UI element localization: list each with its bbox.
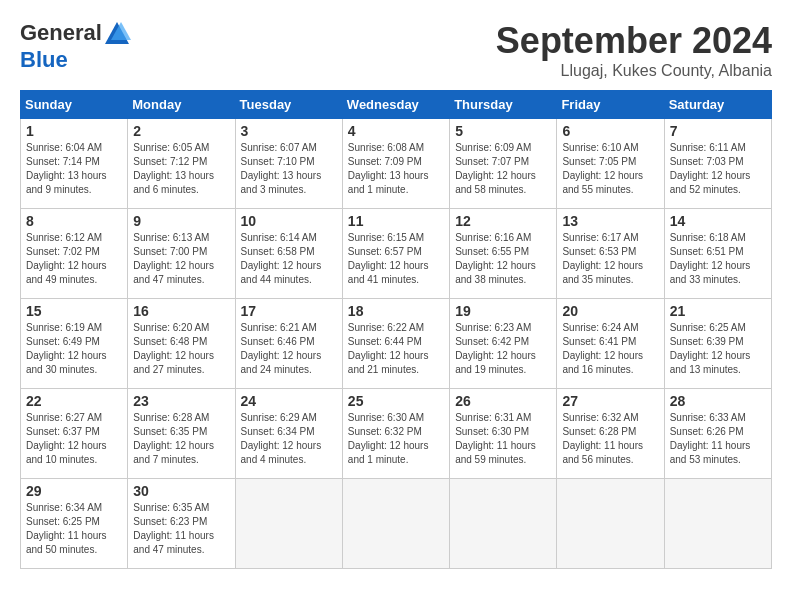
calendar-cell: 19 Sunrise: 6:23 AM Sunset: 6:42 PM Dayl… xyxy=(450,299,557,389)
weekday-header: Saturday xyxy=(664,91,771,119)
weekday-header: Thursday xyxy=(450,91,557,119)
cell-info: Sunrise: 6:21 AM Sunset: 6:46 PM Dayligh… xyxy=(241,321,337,377)
calendar-week-row: 8 Sunrise: 6:12 AM Sunset: 7:02 PM Dayli… xyxy=(21,209,772,299)
cell-info: Sunrise: 6:11 AM Sunset: 7:03 PM Dayligh… xyxy=(670,141,766,197)
calendar-cell: 5 Sunrise: 6:09 AM Sunset: 7:07 PM Dayli… xyxy=(450,119,557,209)
cell-info: Sunrise: 6:18 AM Sunset: 6:51 PM Dayligh… xyxy=(670,231,766,287)
calendar-cell: 27 Sunrise: 6:32 AM Sunset: 6:28 PM Dayl… xyxy=(557,389,664,479)
day-number: 9 xyxy=(133,213,229,229)
location: Llugaj, Kukes County, Albania xyxy=(496,62,772,80)
day-number: 5 xyxy=(455,123,551,139)
cell-info: Sunrise: 6:20 AM Sunset: 6:48 PM Dayligh… xyxy=(133,321,229,377)
calendar-cell xyxy=(450,479,557,569)
calendar-cell: 28 Sunrise: 6:33 AM Sunset: 6:26 PM Dayl… xyxy=(664,389,771,479)
cell-info: Sunrise: 6:35 AM Sunset: 6:23 PM Dayligh… xyxy=(133,501,229,557)
cell-info: Sunrise: 6:07 AM Sunset: 7:10 PM Dayligh… xyxy=(241,141,337,197)
weekday-header: Wednesday xyxy=(342,91,449,119)
weekday-header: Friday xyxy=(557,91,664,119)
cell-info: Sunrise: 6:24 AM Sunset: 6:41 PM Dayligh… xyxy=(562,321,658,377)
cell-info: Sunrise: 6:17 AM Sunset: 6:53 PM Dayligh… xyxy=(562,231,658,287)
logo: General Blue xyxy=(20,20,132,72)
day-number: 18 xyxy=(348,303,444,319)
day-number: 8 xyxy=(26,213,122,229)
calendar-week-row: 15 Sunrise: 6:19 AM Sunset: 6:49 PM Dayl… xyxy=(21,299,772,389)
calendar-week-row: 22 Sunrise: 6:27 AM Sunset: 6:37 PM Dayl… xyxy=(21,389,772,479)
day-number: 29 xyxy=(26,483,122,499)
day-number: 20 xyxy=(562,303,658,319)
cell-info: Sunrise: 6:27 AM Sunset: 6:37 PM Dayligh… xyxy=(26,411,122,467)
day-number: 28 xyxy=(670,393,766,409)
calendar-cell: 16 Sunrise: 6:20 AM Sunset: 6:48 PM Dayl… xyxy=(128,299,235,389)
weekday-header: Sunday xyxy=(21,91,128,119)
cell-info: Sunrise: 6:08 AM Sunset: 7:09 PM Dayligh… xyxy=(348,141,444,197)
cell-info: Sunrise: 6:34 AM Sunset: 6:25 PM Dayligh… xyxy=(26,501,122,557)
day-number: 22 xyxy=(26,393,122,409)
calendar-cell: 23 Sunrise: 6:28 AM Sunset: 6:35 PM Dayl… xyxy=(128,389,235,479)
weekday-header: Monday xyxy=(128,91,235,119)
cell-info: Sunrise: 6:09 AM Sunset: 7:07 PM Dayligh… xyxy=(455,141,551,197)
calendar-cell: 12 Sunrise: 6:16 AM Sunset: 6:55 PM Dayl… xyxy=(450,209,557,299)
calendar-cell: 30 Sunrise: 6:35 AM Sunset: 6:23 PM Dayl… xyxy=(128,479,235,569)
logo-general: General xyxy=(20,20,102,45)
calendar-cell: 17 Sunrise: 6:21 AM Sunset: 6:46 PM Dayl… xyxy=(235,299,342,389)
month-title: September 2024 xyxy=(496,20,772,62)
cell-info: Sunrise: 6:14 AM Sunset: 6:58 PM Dayligh… xyxy=(241,231,337,287)
calendar-cell: 8 Sunrise: 6:12 AM Sunset: 7:02 PM Dayli… xyxy=(21,209,128,299)
calendar-cell: 22 Sunrise: 6:27 AM Sunset: 6:37 PM Dayl… xyxy=(21,389,128,479)
calendar-cell: 3 Sunrise: 6:07 AM Sunset: 7:10 PM Dayli… xyxy=(235,119,342,209)
calendar-week-row: 29 Sunrise: 6:34 AM Sunset: 6:25 PM Dayl… xyxy=(21,479,772,569)
day-number: 19 xyxy=(455,303,551,319)
calendar-cell: 4 Sunrise: 6:08 AM Sunset: 7:09 PM Dayli… xyxy=(342,119,449,209)
cell-info: Sunrise: 6:10 AM Sunset: 7:05 PM Dayligh… xyxy=(562,141,658,197)
cell-info: Sunrise: 6:15 AM Sunset: 6:57 PM Dayligh… xyxy=(348,231,444,287)
weekday-header: Tuesday xyxy=(235,91,342,119)
day-number: 26 xyxy=(455,393,551,409)
cell-info: Sunrise: 6:22 AM Sunset: 6:44 PM Dayligh… xyxy=(348,321,444,377)
day-number: 21 xyxy=(670,303,766,319)
day-number: 24 xyxy=(241,393,337,409)
cell-info: Sunrise: 6:33 AM Sunset: 6:26 PM Dayligh… xyxy=(670,411,766,467)
calendar-cell: 11 Sunrise: 6:15 AM Sunset: 6:57 PM Dayl… xyxy=(342,209,449,299)
day-number: 14 xyxy=(670,213,766,229)
day-number: 12 xyxy=(455,213,551,229)
cell-info: Sunrise: 6:23 AM Sunset: 6:42 PM Dayligh… xyxy=(455,321,551,377)
day-number: 23 xyxy=(133,393,229,409)
calendar-cell: 29 Sunrise: 6:34 AM Sunset: 6:25 PM Dayl… xyxy=(21,479,128,569)
calendar-cell: 26 Sunrise: 6:31 AM Sunset: 6:30 PM Dayl… xyxy=(450,389,557,479)
cell-info: Sunrise: 6:29 AM Sunset: 6:34 PM Dayligh… xyxy=(241,411,337,467)
calendar-cell: 9 Sunrise: 6:13 AM Sunset: 7:00 PM Dayli… xyxy=(128,209,235,299)
cell-info: Sunrise: 6:31 AM Sunset: 6:30 PM Dayligh… xyxy=(455,411,551,467)
logo-blue: Blue xyxy=(20,47,68,72)
calendar-cell xyxy=(664,479,771,569)
calendar-cell: 2 Sunrise: 6:05 AM Sunset: 7:12 PM Dayli… xyxy=(128,119,235,209)
calendar-cell xyxy=(342,479,449,569)
cell-info: Sunrise: 6:04 AM Sunset: 7:14 PM Dayligh… xyxy=(26,141,122,197)
day-number: 15 xyxy=(26,303,122,319)
calendar-cell: 18 Sunrise: 6:22 AM Sunset: 6:44 PM Dayl… xyxy=(342,299,449,389)
day-number: 1 xyxy=(26,123,122,139)
calendar-cell: 13 Sunrise: 6:17 AM Sunset: 6:53 PM Dayl… xyxy=(557,209,664,299)
calendar-cell: 21 Sunrise: 6:25 AM Sunset: 6:39 PM Dayl… xyxy=(664,299,771,389)
calendar-cell xyxy=(235,479,342,569)
day-number: 3 xyxy=(241,123,337,139)
cell-info: Sunrise: 6:13 AM Sunset: 7:00 PM Dayligh… xyxy=(133,231,229,287)
cell-info: Sunrise: 6:19 AM Sunset: 6:49 PM Dayligh… xyxy=(26,321,122,377)
cell-info: Sunrise: 6:25 AM Sunset: 6:39 PM Dayligh… xyxy=(670,321,766,377)
calendar-cell: 15 Sunrise: 6:19 AM Sunset: 6:49 PM Dayl… xyxy=(21,299,128,389)
cell-info: Sunrise: 6:30 AM Sunset: 6:32 PM Dayligh… xyxy=(348,411,444,467)
cell-info: Sunrise: 6:28 AM Sunset: 6:35 PM Dayligh… xyxy=(133,411,229,467)
calendar-cell: 6 Sunrise: 6:10 AM Sunset: 7:05 PM Dayli… xyxy=(557,119,664,209)
calendar-cell: 20 Sunrise: 6:24 AM Sunset: 6:41 PM Dayl… xyxy=(557,299,664,389)
calendar-cell: 10 Sunrise: 6:14 AM Sunset: 6:58 PM Dayl… xyxy=(235,209,342,299)
calendar-cell: 24 Sunrise: 6:29 AM Sunset: 6:34 PM Dayl… xyxy=(235,389,342,479)
day-number: 27 xyxy=(562,393,658,409)
day-number: 25 xyxy=(348,393,444,409)
cell-info: Sunrise: 6:12 AM Sunset: 7:02 PM Dayligh… xyxy=(26,231,122,287)
calendar-cell: 1 Sunrise: 6:04 AM Sunset: 7:14 PM Dayli… xyxy=(21,119,128,209)
calendar-cell: 14 Sunrise: 6:18 AM Sunset: 6:51 PM Dayl… xyxy=(664,209,771,299)
calendar-week-row: 1 Sunrise: 6:04 AM Sunset: 7:14 PM Dayli… xyxy=(21,119,772,209)
day-number: 10 xyxy=(241,213,337,229)
calendar-cell: 25 Sunrise: 6:30 AM Sunset: 6:32 PM Dayl… xyxy=(342,389,449,479)
calendar-cell xyxy=(557,479,664,569)
cell-info: Sunrise: 6:32 AM Sunset: 6:28 PM Dayligh… xyxy=(562,411,658,467)
